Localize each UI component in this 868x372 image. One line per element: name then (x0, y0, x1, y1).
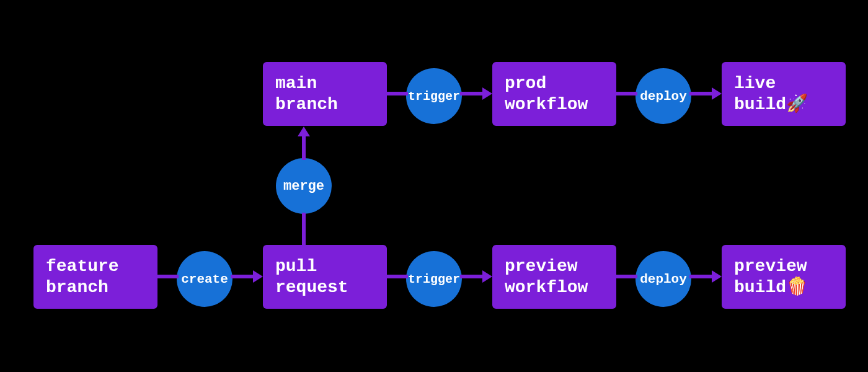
arrow-preview-to-deploy (616, 275, 637, 278)
arrowhead-trigger-to-preview (482, 270, 492, 283)
circle-trigger-top: trigger (406, 68, 462, 124)
box-pull-request: pull request (263, 245, 387, 309)
arrowhead-deploy-to-live (712, 87, 722, 100)
arrow-feature-to-create (157, 275, 179, 278)
circle-deploy-top: deploy (636, 68, 691, 124)
arrow-pr-to-trigger (387, 275, 408, 278)
arrow-pr-to-merge (302, 213, 306, 245)
box-main-branch: main branch (263, 62, 387, 126)
circle-merge: merge (276, 158, 332, 214)
arrowhead-trigger-to-prod (482, 87, 492, 100)
box-live-build: live build🚀 (722, 62, 846, 126)
arrow-prod-to-deploy (616, 92, 637, 95)
arrow-trigger-to-preview (460, 275, 484, 278)
arrowhead-merge-to-main (298, 126, 310, 136)
arrow-trigger-to-prod (460, 92, 484, 95)
arrow-deploy-to-previewbuild (689, 275, 713, 278)
box-feature-branch: feature branch (33, 245, 157, 309)
arrowhead-deploy-to-previewbuild (712, 270, 722, 283)
arrow-main-to-trigger (387, 92, 408, 95)
circle-create: create (177, 251, 232, 307)
circle-deploy-bottom: deploy (636, 251, 691, 307)
circle-trigger-bottom: trigger (406, 251, 462, 307)
box-preview-workflow: preview workflow (492, 245, 616, 309)
arrow-create-to-pr (231, 275, 254, 278)
box-preview-build: preview build🍿 (722, 245, 846, 309)
arrow-deploy-to-live (689, 92, 713, 95)
box-prod-workflow: prod workflow (492, 62, 616, 126)
arrow-merge-to-main (302, 135, 306, 160)
arrowhead-create-to-pr (253, 270, 263, 283)
